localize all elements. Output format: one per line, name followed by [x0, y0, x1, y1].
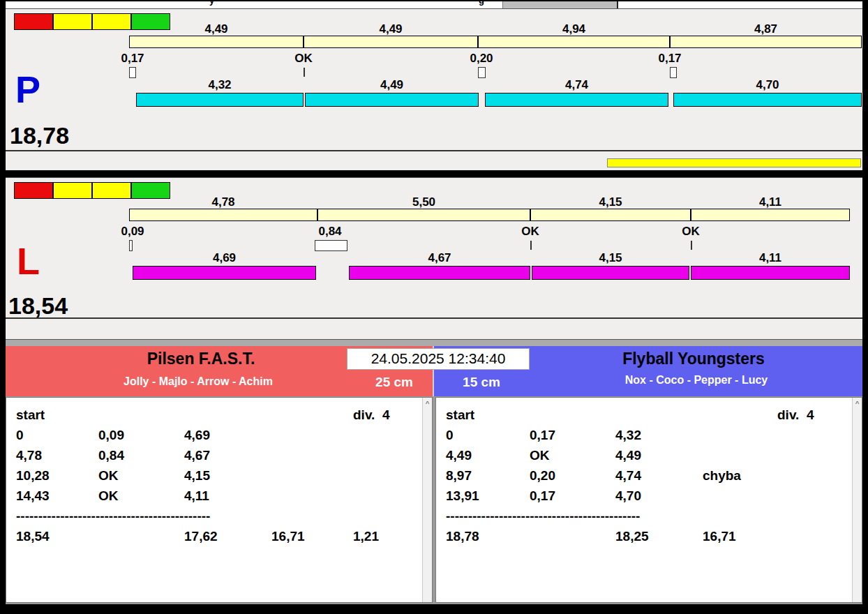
- start-light-red-icon: [14, 13, 53, 30]
- table-row: 4,49 OK 4,49: [436, 445, 852, 465]
- table-total-row: 18,54 17,62 16,71 1,21: [6, 526, 422, 546]
- run-bar-segment: [133, 266, 316, 280]
- start-fault-marker: [129, 240, 133, 251]
- split-bar-segment: [691, 209, 850, 221]
- run-time-label: 4,67: [349, 252, 530, 265]
- split-bar-segment: [129, 36, 304, 48]
- start-ok-tick: [304, 68, 305, 77]
- scroll-up-icon[interactable]: ^: [423, 400, 432, 408]
- run-time-label: 4,49: [305, 79, 479, 92]
- run-bar-segment: [349, 266, 530, 280]
- split-time-label: 4,94: [478, 23, 670, 36]
- fault-note-cell: chyba: [703, 468, 777, 484]
- run-time-label: 4,32: [136, 79, 304, 92]
- run-bar-segment: [532, 266, 689, 280]
- start-ok-tick: [530, 241, 532, 250]
- table-separator: ----------------------------------------…: [446, 506, 852, 526]
- team-dogs: Jolly - Majlo - Arrow - Achim: [6, 375, 391, 388]
- lane-divider-line: [6, 150, 862, 151]
- split-bar-segment: [530, 209, 691, 221]
- table-row: 8,97 0,20 4,74 chyba: [436, 465, 852, 486]
- scroll-up-icon[interactable]: ^: [853, 400, 862, 408]
- lane-p-panel: 4,49 4,49 4,94 4,87 0,17 OK 0,20 0,17 4,…: [6, 8, 862, 170]
- team-dogs: Nox - Coco - Pepper - Lucy: [525, 374, 868, 387]
- run-time-label: 4,15: [532, 252, 689, 265]
- division-cell: div. 4: [353, 407, 389, 423]
- results-tables: start div. 4 0 0,09 4,69 4,78: [6, 396, 862, 604]
- run-time-label: 4,69: [133, 252, 316, 265]
- start-fault-label: 0,09: [112, 225, 154, 239]
- lane-total-time: 18,78: [10, 123, 69, 147]
- team-name: Pilsen F.A.S.T.: [6, 350, 396, 368]
- split-time-label: 4,15: [530, 196, 691, 209]
- table-total-row: 18,78 18,25 16,71: [436, 526, 852, 546]
- lane-l-panel: 4,78 5,50 4,15 4,11 0,09 0,84 OK OK 4,69…: [6, 177, 862, 339]
- lane-divider-line: [6, 317, 862, 319]
- results-table-right[interactable]: start div. 4 0 0,17 4,32 4,49: [435, 397, 862, 603]
- start-light-yellow2-icon: [92, 13, 131, 30]
- table-row: 0 0,09 4,69: [6, 425, 422, 445]
- table-header-row: start div. 4: [436, 405, 852, 425]
- table-scrollbar[interactable]: ^: [422, 398, 432, 602]
- table-row: 4,78 0,84 4,67: [6, 445, 422, 465]
- split-time-label: 4,78: [129, 196, 317, 209]
- section-separator: [6, 339, 862, 346]
- split-time-label: 4,49: [129, 23, 304, 36]
- timer-progress-bar: [607, 158, 861, 167]
- start-fault-label: OK: [509, 225, 551, 239]
- start-fault-label: OK: [670, 225, 712, 239]
- split-time-label: 5,50: [317, 196, 530, 209]
- split-bar-segment: [670, 36, 862, 48]
- start-fault-marker: [478, 67, 486, 78]
- split-time-label: 4,11: [691, 196, 850, 209]
- start-light-red-icon: [14, 182, 53, 199]
- start-ok-tick: [691, 241, 692, 250]
- split-bar-segment: [304, 36, 478, 48]
- start-fault-marker: [670, 67, 677, 78]
- team-jump-height: 25 cm: [363, 375, 426, 390]
- results-section: Pilsen F.A.S.T. Jolly - Majlo - Arrow - …: [6, 346, 862, 604]
- lane-letter: L: [17, 242, 40, 280]
- start-fault-label: 0,17: [649, 52, 691, 66]
- run-bar-segment: [136, 93, 304, 107]
- window-button-fragment[interactable]: [502, 1, 618, 8]
- start-light-yellow1-icon: [53, 13, 92, 30]
- run-time-label: 4,70: [673, 79, 862, 92]
- run-bar-segment: [673, 93, 862, 107]
- toolbar-text-fragment: g: [479, 1, 484, 6]
- app-window: y g 4,49 4,49 4,94 4,87 0,17 OK 0,20 0,1…: [0, 0, 868, 614]
- lane-letter: P: [15, 70, 40, 108]
- datetime-display: 24.05.2025 12:34:40: [347, 348, 530, 370]
- table-row: 14,43 OK 4,11: [6, 486, 422, 506]
- start-fault-label: 0,84: [309, 225, 351, 239]
- bottom-border: [0, 604, 868, 614]
- split-time-label: 4,49: [304, 23, 478, 36]
- table-separator: ----------------------------------------…: [16, 506, 422, 526]
- run-time-label: 4,74: [485, 79, 668, 92]
- run-bar-segment: [691, 266, 850, 280]
- split-bar-segment: [478, 36, 670, 48]
- start-light-yellow1-icon: [53, 182, 92, 199]
- run-bar-segment: [485, 93, 668, 107]
- table-row: 13,91 0,17 4,70: [436, 486, 852, 506]
- start-fault-marker: [129, 67, 136, 78]
- start-cell: start: [16, 407, 98, 423]
- start-fault-label: 0,17: [112, 52, 154, 66]
- split-bar-segment: [129, 209, 317, 221]
- results-table-left[interactable]: start div. 4 0 0,09 4,69 4,78: [6, 397, 433, 603]
- start-fault-marker: [315, 240, 347, 251]
- start-cell: start: [446, 407, 530, 423]
- split-time-label: 4,87: [670, 23, 862, 36]
- clipped-toolbar: y g: [6, 1, 862, 8]
- table-scrollbar[interactable]: ^: [852, 398, 862, 602]
- split-bar-segment: [317, 209, 530, 221]
- toolbar-text-fragment: y: [209, 1, 214, 6]
- start-light-yellow2-icon: [92, 182, 131, 199]
- start-fault-label: OK: [283, 52, 324, 66]
- lane-total-time: 18,54: [8, 294, 68, 317]
- start-fault-label: 0,20: [461, 52, 502, 66]
- team-jump-height: 15 cm: [450, 375, 513, 390]
- table-row: 10,28 OK 4,15: [6, 465, 422, 486]
- toolbar-divider: [617, 1, 618, 8]
- run-bar-segment: [305, 93, 479, 107]
